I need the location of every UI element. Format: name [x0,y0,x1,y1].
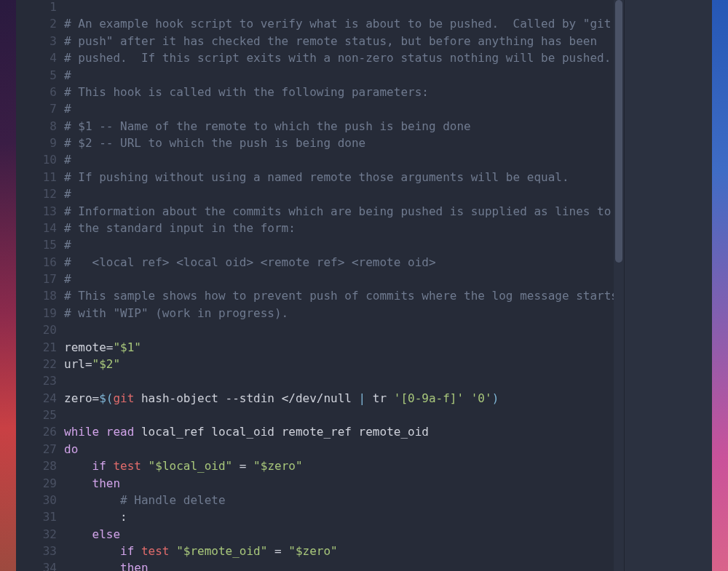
line-number: 12 [16,187,64,201]
code-line[interactable]: 17# [16,272,624,289]
code-line[interactable]: 23 [16,374,624,391]
line-content: zero=$(git hash-object --stdin </dev/nul… [64,391,499,405]
line-number: 1 [16,0,64,14]
line-number: 8 [16,119,64,133]
line-content: while read local_ref local_oid remote_re… [64,425,429,439]
line-number: 6 [16,85,64,99]
line-number: 32 [16,527,64,541]
line-number: 24 [16,391,64,405]
code-line[interactable]: 8# $1 -- Name of the remote to which the… [16,119,624,136]
line-content: # [64,272,71,286]
line-number: 30 [16,493,64,507]
code-line[interactable]: 18# This sample shows how to prevent pus… [16,289,624,306]
code-line[interactable]: 26while read local_ref local_oid remote_… [16,425,624,442]
code-line[interactable]: 10# [16,153,624,169]
code-line[interactable]: 7# [16,102,624,119]
line-content: # If pushing without using a named remot… [64,170,569,184]
code-line[interactable]: 30 # Handle delete [16,493,624,510]
code-line[interactable]: 2# An example hook script to verify what… [16,17,624,33]
vertical-scrollbar-thumb[interactable] [615,0,622,263]
code-line[interactable]: 24zero=$(git hash-object --stdin </dev/n… [16,391,624,408]
line-content: # $2 -- URL to which the push is being d… [64,136,365,150]
line-number: 27 [16,442,64,456]
code-line[interactable]: 15# [16,238,624,255]
line-number: 14 [16,221,64,235]
code-line[interactable]: 4# pushed. If this script exits with a n… [16,51,624,68]
line-content: # Handle delete [64,493,226,507]
line-number: 22 [16,357,64,371]
line-content: : [64,510,127,524]
line-content: # [64,153,71,167]
line-number: 34 [16,561,64,571]
line-content: remote="$1" [64,340,141,354]
line-number: 11 [16,170,64,184]
code-line[interactable]: 28 if test "$local_oid" = "$zero" [16,459,624,476]
line-content: # $1 -- Name of the remote to which the … [64,119,471,133]
line-content: # This hook is called with the following… [64,85,429,99]
line-number: 3 [16,34,64,48]
line-content: do [64,442,78,456]
code-line[interactable]: 1 [16,0,624,17]
code-line[interactable]: 12# [16,187,624,204]
line-number: 17 [16,272,64,286]
line-content: # with "WIP" (work in progress). [64,306,288,320]
desktop-background-left [0,0,16,571]
code-line[interactable]: 33 if test "$remote_oid" = "$zero" [16,544,624,561]
line-number: 7 [16,102,64,116]
code-line[interactable]: 5# [16,68,624,85]
code-line[interactable]: 32 else [16,527,624,544]
code-line[interactable]: 21remote="$1" [16,340,624,357]
line-content: # [64,238,71,252]
code-line[interactable]: 13# Information about the commits which … [16,204,624,221]
line-number: 23 [16,374,64,388]
code-line[interactable]: 11# If pushing without using a named rem… [16,170,624,187]
code-editor[interactable]: 12# An example hook script to verify wha… [16,0,624,571]
line-number: 9 [16,136,64,150]
line-content: # [64,102,71,116]
line-number: 16 [16,255,64,269]
desktop-background-right [712,0,728,571]
line-number: 10 [16,153,64,167]
code-line[interactable]: 14# the standard input in the form: [16,221,624,238]
line-number: 31 [16,510,64,524]
code-line[interactable]: 16# <local ref> <local oid> <remote ref>… [16,255,624,272]
line-number: 25 [16,408,64,422]
code-line[interactable]: 19# with "WIP" (work in progress). [16,306,624,323]
line-number: 20 [16,323,64,337]
line-number: 19 [16,306,64,320]
line-number: 5 [16,68,64,82]
line-content: # the standard input in the form: [64,221,296,235]
line-content: else [64,527,120,541]
code-line[interactable]: 9# $2 -- URL to which the push is being … [16,136,624,153]
vertical-scrollbar-track[interactable] [614,0,624,571]
code-line[interactable]: 29 then [16,476,624,493]
line-content: then [64,561,149,571]
line-number: 2 [16,17,64,31]
code-line[interactable]: 34 then [16,561,624,571]
code-line[interactable]: 27do [16,442,624,459]
code-scroll-viewport[interactable]: 12# An example hook script to verify wha… [16,0,624,571]
line-number: 28 [16,459,64,473]
code-line[interactable]: 31 : [16,510,624,527]
line-number: 4 [16,51,64,65]
line-number: 33 [16,544,64,558]
line-content: # push" after it has checked the remote … [64,34,597,48]
line-number: 18 [16,289,64,303]
line-content: # Information about the commits which ar… [64,204,611,218]
code-line[interactable]: 22url="$2" [16,357,624,374]
line-content: if test "$local_oid" = "$zero" [64,459,303,473]
line-content: # This sample shows how to prevent push … [64,289,618,303]
code-line[interactable]: 25 [16,408,624,425]
line-content: url="$2" [64,357,120,371]
right-side-panel [624,0,712,571]
line-number: 29 [16,476,64,490]
code-line[interactable]: 20 [16,323,624,340]
line-content: # [64,68,71,82]
line-number: 26 [16,425,64,439]
line-number: 15 [16,238,64,252]
line-content: # [64,187,71,201]
editor-window: 12# An example hook script to verify wha… [16,0,712,571]
line-number: 13 [16,204,64,218]
code-line[interactable]: 6# This hook is called with the followin… [16,85,624,102]
code-line[interactable]: 3# push" after it has checked the remote… [16,34,624,51]
